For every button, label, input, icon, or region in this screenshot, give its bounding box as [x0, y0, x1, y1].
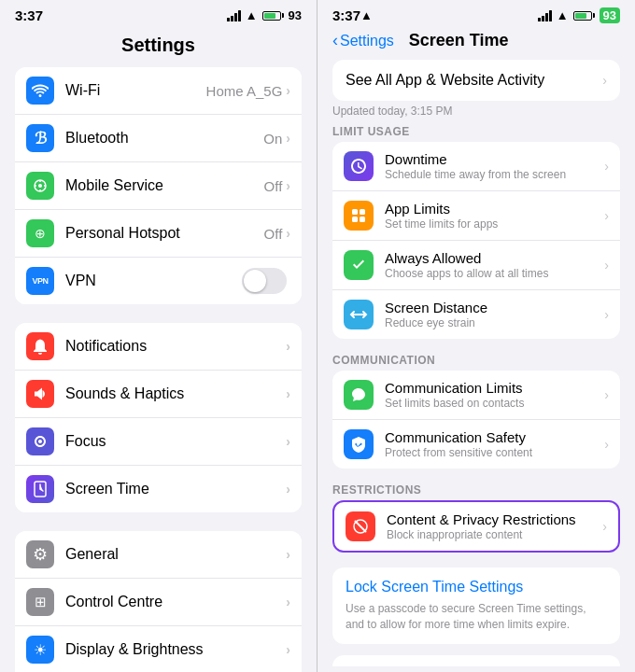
- right-location-icon: ▲: [360, 8, 373, 22]
- hotspot-label: Personal Hotspot: [65, 225, 264, 242]
- vpn-toggle[interactable]: [242, 268, 287, 294]
- right-signal-icon: [538, 10, 552, 21]
- right-wifi-icon: ▲: [557, 8, 569, 22]
- commsafety-chevron: ›: [604, 437, 609, 452]
- system1-group: Notifications › Sounds & Haptics › Focus…: [15, 323, 302, 512]
- screentime-chevron: ›: [286, 482, 290, 497]
- mobile-item[interactable]: Mobile Service Off ›: [15, 162, 302, 210]
- back-chevron-icon: ‹: [332, 31, 338, 50]
- wifi-value: Home A_5G: [206, 83, 283, 99]
- allowed-icon: [344, 250, 374, 280]
- applimits-subtitle: Set time limits for apps: [385, 217, 604, 231]
- hotspot-item[interactable]: ⊕ Personal Hotspot Off ›: [15, 210, 302, 258]
- wifi-chevron: ›: [286, 83, 290, 98]
- general-item[interactable]: ⚙ General ›: [15, 531, 302, 579]
- screentime-item[interactable]: Screen Time ›: [15, 466, 302, 512]
- commsafety-item[interactable]: Communication Safety Protect from sensit…: [332, 420, 620, 469]
- control-item[interactable]: ⊞ Control Centre ›: [15, 579, 302, 626]
- mobile-chevron: ›: [286, 178, 290, 193]
- share-row[interactable]: Share Across Devices: [332, 655, 620, 666]
- see-all-row[interactable]: See All App & Website Activity ›: [332, 60, 620, 101]
- sounds-item[interactable]: Sounds & Haptics ›: [15, 371, 302, 418]
- svg-point-1: [38, 184, 42, 188]
- focus-item[interactable]: Focus ›: [15, 418, 302, 466]
- wifi-icon: ▲: [246, 8, 258, 22]
- bluetooth-label: Bluetooth: [65, 130, 263, 147]
- limit-usage-group: Downtime Schedule time away from the scr…: [332, 142, 620, 339]
- bluetooth-setting-icon: ℬ: [26, 124, 54, 152]
- commlimits-text: Communication Limits Set limits based on…: [385, 380, 604, 410]
- back-label: Settings: [340, 33, 394, 49]
- display-setting-icon: ☀: [26, 636, 54, 664]
- distance-title: Screen Distance: [385, 300, 604, 315]
- left-status-bar: 3:37 ▲ 93: [0, 0, 317, 27]
- hotspot-chevron: ›: [286, 226, 290, 241]
- commlimits-icon: [344, 380, 374, 410]
- control-setting-icon: ⊞: [26, 588, 54, 616]
- focus-setting-icon: [26, 427, 54, 455]
- right-battery-percent: 93: [600, 7, 620, 23]
- lock-settings-section[interactable]: Lock Screen Time Settings Use a passcode…: [332, 567, 620, 644]
- notifications-label: Notifications: [65, 338, 286, 355]
- wifi-item[interactable]: Wi-Fi Home A_5G ›: [15, 67, 302, 115]
- commlimits-item[interactable]: Communication Limits Set limits based on…: [332, 371, 620, 420]
- control-label: Control Centre: [65, 594, 286, 610]
- wifi-setting-icon: [26, 77, 54, 105]
- hotspot-value: Off: [264, 226, 283, 242]
- vpn-item[interactable]: VPN VPN: [15, 258, 302, 304]
- general-label: General: [65, 546, 286, 563]
- bluetooth-chevron: ›: [286, 131, 290, 146]
- sounds-chevron: ›: [286, 386, 290, 401]
- privacy-text: Content & Privacy Restrictions Block ina…: [387, 511, 602, 541]
- notifications-item[interactable]: Notifications ›: [15, 323, 302, 371]
- downtime-text: Downtime Schedule time away from the scr…: [385, 151, 604, 181]
- communication-header: COMMUNICATION: [332, 354, 620, 367]
- commsafety-title: Communication Safety: [385, 429, 604, 445]
- privacy-item[interactable]: Content & Privacy Restrictions Block ina…: [334, 502, 618, 551]
- downtime-chevron: ›: [604, 159, 609, 174]
- allowed-item[interactable]: Always Allowed Choose apps to allow at a…: [332, 241, 620, 290]
- vpn-label: VPN: [65, 273, 242, 289]
- sounds-setting-icon: [26, 380, 54, 408]
- right-panel: 3:37 ▲ ▲ 93 ‹ Settings Screen T: [318, 0, 635, 672]
- mobile-value: Off: [264, 178, 283, 194]
- applimits-item[interactable]: App Limits Set time limits for apps ›: [332, 191, 620, 241]
- connectivity-group: Wi-Fi Home A_5G › ℬ Bluetooth On › Mobil…: [15, 67, 302, 304]
- distance-text: Screen Distance Reduce eye strain: [385, 300, 604, 329]
- vpn-setting-icon: VPN: [26, 267, 54, 295]
- distance-item[interactable]: Screen Distance Reduce eye strain ›: [332, 290, 620, 339]
- svg-rect-7: [360, 217, 365, 222]
- communication-group: Communication Limits Set limits based on…: [332, 371, 620, 469]
- commsafety-text: Communication Safety Protect from sensit…: [385, 429, 604, 459]
- downtime-item[interactable]: Downtime Schedule time away from the scr…: [332, 142, 620, 191]
- left-status-icons: ▲ 93: [227, 8, 302, 22]
- left-panel: 3:37 ▲ 93 Settings: [0, 0, 318, 672]
- display-label: Display & Brightness: [65, 641, 286, 658]
- mobile-label: Mobile Service: [65, 177, 264, 194]
- signal-icon: [227, 10, 241, 21]
- system2-group: ⚙ General › ⊞ Control Centre › ☀ Display…: [15, 531, 302, 672]
- commlimits-subtitle: Set limits based on contacts: [385, 397, 604, 410]
- privacy-title: Content & Privacy Restrictions: [387, 511, 602, 527]
- downtime-subtitle: Schedule time away from the screen: [385, 168, 604, 181]
- focus-chevron: ›: [286, 434, 290, 449]
- svg-rect-6: [352, 217, 358, 222]
- distance-icon: [344, 300, 374, 329]
- bluetooth-value: On: [263, 131, 282, 147]
- focus-label: Focus: [65, 433, 286, 450]
- downtime-icon: [344, 151, 374, 181]
- back-button[interactable]: ‹ Settings: [332, 31, 394, 50]
- svg-rect-5: [360, 209, 365, 215]
- restrictions-header: RESTRICTIONS: [332, 483, 620, 497]
- purple-arrow-annotation: [300, 475, 302, 503]
- allowed-title: Always Allowed: [385, 250, 604, 266]
- display-item[interactable]: ☀ Display & Brightness ›: [15, 626, 302, 672]
- notifications-setting-icon: [26, 332, 54, 360]
- screentime-label: Screen Time: [65, 481, 286, 497]
- mobile-setting-icon: [26, 172, 54, 200]
- applimits-icon: [344, 201, 374, 231]
- right-nav: ‹ Settings Screen Time: [318, 27, 635, 60]
- bluetooth-item[interactable]: ℬ Bluetooth On ›: [15, 115, 302, 162]
- battery-icon: [262, 11, 284, 21]
- allowed-text: Always Allowed Choose apps to allow at a…: [385, 250, 604, 280]
